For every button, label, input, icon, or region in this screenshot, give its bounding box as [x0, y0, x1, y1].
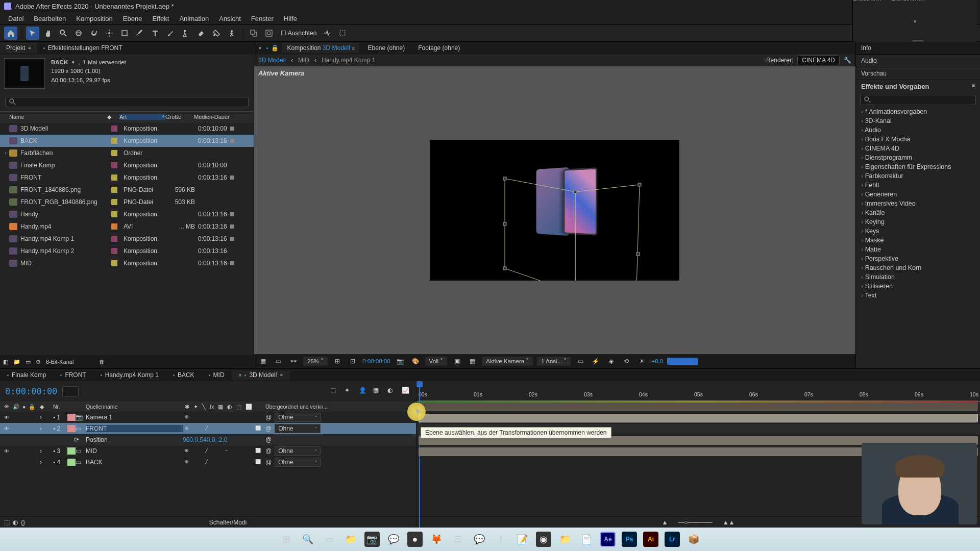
menu-hilfe[interactable]: Hilfe	[279, 13, 302, 24]
timeline-layer[interactable]: › ▪ 4 ▭ BACK ⊕╱⬜ Ohne˅	[0, 457, 416, 468]
frame-blend-button[interactable]: ▦	[373, 387, 382, 396]
project-item[interactable]: Handy.mp4 Komp 1 Komposition 0:00:13:16	[0, 233, 254, 245]
effect-category[interactable]: Rauschen und Korn	[856, 263, 980, 272]
taskbar-start[interactable]: ⊞	[279, 532, 294, 547]
timeline-tab[interactable]: × 3D Modell ≡	[232, 370, 290, 380]
effect-category[interactable]: Eigenschaften für Expressions	[856, 162, 980, 171]
mask-options[interactable]	[336, 27, 349, 40]
pen-tool[interactable]	[133, 27, 146, 40]
flowchart-button[interactable]: ⟲	[621, 356, 632, 366]
roto-tool[interactable]	[210, 27, 223, 40]
magnification-select[interactable]: 25% ˅	[303, 357, 328, 366]
draft-3d-button[interactable]: ✦	[345, 387, 354, 396]
effect-category[interactable]: Keying	[856, 217, 980, 227]
lock-icon[interactable]: 🔒	[271, 44, 279, 52]
fast-preview-button[interactable]: ⚡	[590, 356, 601, 366]
effect-category[interactable]: CINEMA 4D	[856, 144, 980, 153]
effect-category[interactable]: Boris FX Mocha	[856, 135, 980, 144]
project-search[interactable]	[5, 97, 249, 107]
taskbar-ae[interactable]: Ae	[600, 532, 616, 547]
pixel-aspect-button[interactable]: ▭	[575, 356, 586, 366]
taskbar-obs[interactable]: ◉	[536, 532, 551, 547]
taskbar-app3[interactable]: 📦	[686, 532, 701, 547]
delete-button[interactable]: 🗑	[99, 359, 105, 365]
effects-list[interactable]: * Animationsvorgaben3D-KanalAudioBoris F…	[856, 107, 980, 368]
settings-button[interactable]: ⚙	[36, 359, 41, 365]
taskbar-files[interactable]: 📁	[557, 532, 573, 547]
effect-category[interactable]: 3D-Kanal	[856, 116, 980, 126]
interpret-button[interactable]: ◧	[3, 359, 8, 365]
channel-button[interactable]: 🎨	[410, 356, 421, 366]
close-tab[interactable]: ×	[256, 45, 263, 51]
project-item[interactable]: Handy.mp4 AVI ... MB 0:00:13:16	[0, 220, 254, 233]
tab-project[interactable]: Projekt ≡	[0, 43, 37, 53]
timeline-timecode[interactable]: 0:00:00:00	[5, 386, 57, 396]
tab-layer[interactable]: Ebene (ohne)	[362, 43, 410, 53]
taskbar-notes[interactable]: 📝	[514, 532, 530, 547]
selection-tool[interactable]	[26, 27, 39, 40]
create-mask-tool[interactable]	[262, 27, 276, 40]
view-select[interactable]: Aktive Kamera ˅	[482, 357, 533, 366]
taskbar-lr[interactable]: Lr	[665, 532, 680, 547]
effect-category[interactable]: Text	[856, 291, 980, 300]
pickwhip-icon[interactable]	[265, 425, 272, 432]
create-shape-tool[interactable]	[247, 27, 260, 40]
taskbar-firefox[interactable]: 🦊	[429, 532, 444, 547]
project-item[interactable]: BACK Komposition 0:00:13:16	[0, 135, 254, 147]
pickwhip-icon[interactable]	[265, 447, 272, 455]
menu-fenster[interactable]: Fenster	[246, 13, 279, 24]
comp-mini-flowchart[interactable]: ⬚	[330, 387, 339, 396]
panel-preview[interactable]: Vorschau	[856, 67, 980, 80]
taskbar-taskview[interactable]: ▭	[322, 532, 337, 547]
panel-info[interactable]: Info	[856, 42, 980, 55]
timeline-tab[interactable]: MID	[202, 370, 232, 380]
timeline-layer[interactable]: › ▪ 1 📷 Kamera 1 ⊕ Ohne˅	[0, 412, 416, 423]
current-time[interactable]: 0:00:00:00	[362, 358, 390, 364]
shape-tool[interactable]	[118, 27, 131, 40]
timeline-tab[interactable]: Handy.mp4 Komp 1	[93, 370, 166, 380]
taskbar-facebook[interactable]: f	[493, 532, 508, 547]
crumb-2[interactable]: Handy.mp4 Komp 1	[322, 57, 375, 64]
bit-depth[interactable]: 8-Bit-Kanal	[46, 359, 74, 365]
effect-category[interactable]: Kanäle	[856, 208, 980, 217]
text-tool[interactable]	[149, 27, 162, 40]
crumb-active[interactable]: 3D Modell	[258, 57, 286, 64]
snapshot-button[interactable]: 📷	[395, 356, 406, 366]
menu-datei[interactable]: Datei	[3, 13, 29, 24]
menu-effekt[interactable]: Effekt	[147, 13, 174, 24]
snap-options[interactable]	[321, 27, 334, 40]
rotate-tool[interactable]	[87, 27, 101, 40]
parent-dropdown[interactable]: Ohne˅	[275, 458, 321, 467]
viewer-canvas[interactable]: Aktive Kamera	[254, 66, 855, 354]
mask-button[interactable]: ▭	[273, 356, 284, 366]
parent-dropdown[interactable]: Ohne˅	[275, 413, 321, 422]
effects-presets-header[interactable]: Effekte und Vorgaben≡	[856, 80, 980, 93]
tab-effect-controls[interactable]: Effekteinstellungen FRONT	[37, 43, 129, 53]
timeline-layers[interactable]: › ▪ 1 📷 Kamera 1 ⊕ Ohne˅ › ▪ 2 ▭ FRONT ⊕…	[0, 412, 416, 516]
effect-category[interactable]: Generieren	[856, 190, 980, 199]
effect-category[interactable]: Stilisieren	[856, 282, 980, 291]
panel-audio[interactable]: Audio	[856, 55, 980, 67]
new-folder-button[interactable]: 📁	[13, 359, 20, 365]
exposure-reset-button[interactable]: ☀	[636, 356, 647, 366]
toggle-modes[interactable]: ◐	[13, 519, 18, 526]
project-item[interactable]: Handy Komposition 0:00:13:16	[0, 208, 254, 220]
effect-category[interactable]: Farbkorrektur	[856, 171, 980, 181]
parent-dropdown[interactable]: Ohne˅	[275, 446, 321, 456]
timeline-tab[interactable]: BACK	[166, 370, 202, 380]
project-columns[interactable]: Name ◆ Art ▲ Größe Medien-Dauer	[0, 111, 254, 122]
taskbar-messenger[interactable]: 💬	[472, 532, 487, 547]
renderer-select[interactable]: CINEMA 4D	[797, 55, 840, 65]
roi-button[interactable]: ▣	[451, 356, 462, 366]
taskbar-app1[interactable]: ●	[407, 532, 423, 547]
renderer-settings[interactable]: 🔧	[844, 57, 851, 64]
timeline-track[interactable]	[416, 402, 980, 413]
effect-category[interactable]: * Animationsvorgaben	[856, 107, 980, 116]
taskbar-ai[interactable]: Ai	[643, 532, 658, 547]
eraser-tool[interactable]	[194, 27, 208, 40]
graph-editor-button[interactable]: 📈	[402, 387, 411, 396]
new-comp-button[interactable]: ▭	[26, 359, 31, 365]
workspace-bibliotheken[interactable]: Bibliotheken	[886, 0, 929, 4]
time-ruler[interactable]: 00s01s02s03s04s05s06s07s08s09s10s	[416, 381, 980, 402]
views-select[interactable]: 1 Ansi... ˅	[537, 357, 571, 366]
